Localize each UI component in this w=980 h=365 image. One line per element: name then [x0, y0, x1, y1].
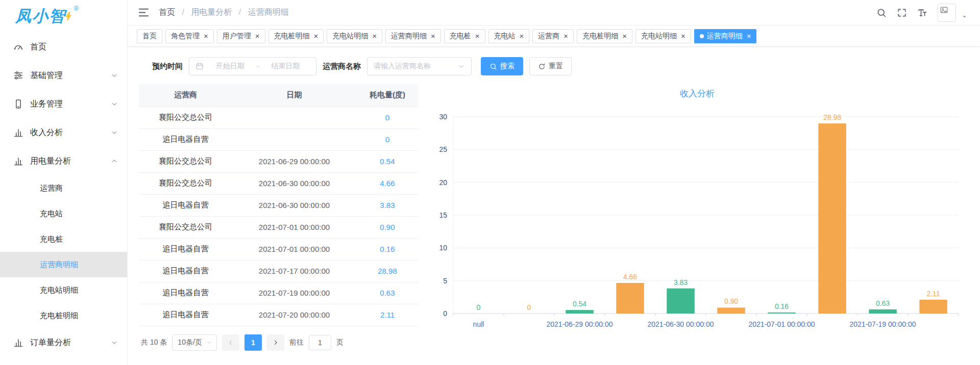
tab[interactable]: 运营商× [532, 29, 574, 43]
tab-label: 充电桩 [450, 32, 471, 41]
chart-bar[interactable] [768, 312, 796, 314]
tab[interactable]: 运营商明细× [694, 29, 757, 43]
goto-page-label: 前往 [289, 338, 304, 347]
tab-label: 充电桩明细 [582, 32, 618, 41]
sidebar-item-charging-station-detail[interactable]: 充电站明细 [0, 277, 127, 303]
tab-close-icon[interactable]: × [372, 32, 377, 40]
tab-close-icon[interactable]: × [314, 32, 318, 40]
fullscreen-icon[interactable] [897, 8, 907, 18]
operator-name-placeholder: 请输入运营商名称 [374, 62, 458, 71]
tab-close-icon[interactable]: × [747, 32, 751, 40]
date-range-input[interactable]: 开始日期 - 结束日期 [189, 57, 316, 75]
chart-bar[interactable] [717, 307, 745, 314]
date-filter-label: 预约时间 [152, 62, 183, 71]
page-size-select[interactable]: 10条/页 [172, 334, 216, 351]
table-row: 襄阳公交总公司0 [139, 107, 419, 128]
reset-button[interactable]: 重置 [529, 57, 572, 75]
x-axis-tick-label: 2021-06-30 00:00:00 [648, 320, 714, 328]
sidebar-item-order-analysis[interactable]: 订单量分析 [0, 328, 127, 357]
y-axis-tick-label: 20 [439, 178, 447, 187]
caret-down-icon[interactable] [961, 13, 968, 20]
sidebar-item-system-management[interactable]: 系统管理 [0, 357, 127, 365]
breadcrumb-current: 运营商明细 [248, 8, 289, 16]
chart-bar[interactable] [919, 300, 947, 314]
breadcrumb-power-analysis[interactable]: 用电量分析 [191, 8, 232, 16]
tab[interactable]: 运营商明细× [385, 29, 441, 43]
chevron-down-icon [458, 63, 465, 70]
filter-row: 预约时间 开始日期 - 结束日期 运营商名称 请输入运营商名称 搜索 [152, 57, 968, 75]
magnifier-icon [489, 63, 497, 70]
search-button[interactable]: 搜索 [481, 57, 523, 75]
tab[interactable]: 角色管理× [165, 29, 214, 43]
tab-close-icon[interactable]: × [204, 32, 208, 40]
chevron-down-icon [206, 340, 212, 346]
goto-page-suffix: 页 [336, 338, 344, 347]
tab-close-icon[interactable]: × [475, 32, 480, 40]
sidebar-item-business-management[interactable]: 业务管理 [0, 90, 127, 118]
tab-close-icon[interactable]: × [622, 32, 627, 40]
chart-bar[interactable] [667, 289, 695, 314]
sidebar-item-charging-station[interactable]: 充电站 [0, 201, 127, 226]
tab-label: 运营商明细 [391, 32, 427, 41]
tab[interactable]: 用户管理× [217, 29, 265, 43]
tab[interactable]: 充电站明细× [327, 29, 382, 43]
sidebar-item-charging-pile[interactable]: 充电桩 [0, 226, 127, 252]
chevron-right-icon [272, 339, 279, 346]
breadcrumb-home[interactable]: 首页 [159, 8, 175, 16]
dashboard-icon [13, 42, 23, 52]
sidebar-item-charging-pile-detail[interactable]: 充电桩明细 [0, 303, 127, 328]
search-button-label: 搜索 [500, 62, 514, 71]
tab[interactable]: 充电站明细× [635, 29, 691, 43]
page-number-button[interactable]: 1 [244, 334, 262, 351]
chart-bar[interactable] [566, 310, 594, 314]
hamburger-icon[interactable] [138, 7, 150, 18]
cell-consumption: 0 [356, 128, 419, 150]
sidebar-item-label: 基础管理 [30, 70, 111, 81]
tab[interactable]: 首页 [137, 29, 162, 43]
sidebar-item-basic-management[interactable]: 基础管理 [0, 61, 127, 90]
prev-page-button[interactable] [222, 334, 239, 351]
sidebar-item-operator[interactable]: 运营商 [0, 175, 127, 201]
app-logo: 凤小智 ® [0, 0, 127, 33]
refresh-icon [538, 63, 546, 70]
image-placeholder-icon [940, 6, 948, 14]
pagination: 共 10 条 10条/页 1 前往 页 [141, 334, 419, 351]
sidebar-item-operator-detail[interactable]: 运营商明细 [0, 252, 127, 277]
cell-date [232, 128, 356, 150]
sidebar-item-power-usage-analysis[interactable]: 用电量分析 [0, 147, 127, 175]
next-page-button[interactable] [267, 334, 284, 351]
tab-close-icon[interactable]: × [255, 32, 260, 40]
chart-bar[interactable] [818, 123, 846, 314]
bar-value-label: 0.90 [724, 297, 738, 305]
tab-label: 运营商明细 [707, 32, 743, 41]
chart-bar[interactable] [616, 283, 644, 314]
cell-date: 2021-07-01 00:00:00 [232, 238, 356, 260]
goto-page-input[interactable] [309, 335, 331, 350]
cell-operator: 襄阳公交总公司 [139, 172, 232, 194]
tab[interactable]: 充电桩× [444, 29, 485, 43]
tab-label: 运营商 [538, 32, 559, 41]
y-axis-tick-label: 15 [439, 211, 447, 219]
tab[interactable]: 充电桩明细× [268, 29, 324, 43]
tab-close-icon[interactable]: × [431, 32, 435, 40]
user-avatar[interactable] [938, 4, 956, 22]
sidebar-item-label: 用电量分析 [30, 156, 111, 167]
sidebar-item-revenue-analysis[interactable]: 收入分析 [0, 118, 127, 147]
tab-close-icon[interactable]: × [520, 32, 524, 40]
chart-bar[interactable] [869, 309, 897, 314]
chart-title: 收入分析 [427, 88, 968, 99]
operator-name-input[interactable]: 请输入运营商名称 [367, 57, 472, 75]
sidebar-item-home[interactable]: 首页 [0, 33, 127, 61]
font-size-icon[interactable] [917, 8, 927, 18]
active-tab-dot [700, 34, 704, 38]
cell-date: 2021-07-19 00:00:00 [232, 282, 356, 304]
search-icon[interactable] [876, 8, 887, 18]
tab[interactable]: 充电站× [488, 29, 530, 43]
tab-label: 充电桩明细 [274, 32, 310, 41]
logo-text: 凤小智 [15, 6, 66, 27]
tab-close-icon[interactable]: × [681, 32, 685, 40]
tab[interactable]: 充电桩明细× [577, 29, 632, 43]
tab-close-icon[interactable]: × [564, 32, 568, 40]
breadcrumb-separator: / [239, 8, 241, 16]
bar-value-label: 0.63 [876, 299, 890, 307]
